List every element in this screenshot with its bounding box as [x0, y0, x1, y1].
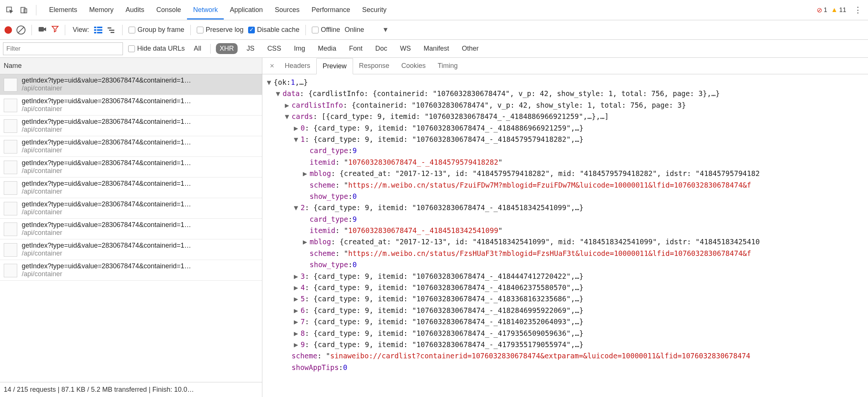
type-filter-img[interactable]: Img: [290, 43, 309, 54]
tree-row[interactable]: ▼{ok: 1,…}: [267, 77, 868, 88]
tree-row[interactable]: scheme: "https://m.weibo.cn/status/FzsHU…: [267, 248, 868, 259]
disclosure-triangle-icon[interactable]: ▶: [294, 293, 301, 304]
type-filter-css[interactable]: CSS: [263, 43, 285, 54]
disclosure-triangle-icon[interactable]: ▶: [294, 271, 301, 282]
main-tab-memory[interactable]: Memory: [83, 1, 120, 19]
tree-row[interactable]: ▼1: {card_type: 9, itemid: "107603283067…: [267, 134, 868, 145]
tree-row[interactable]: ▶0: {card_type: 9, itemid: "107603283067…: [267, 122, 868, 134]
disclosure-triangle-icon[interactable]: ▼: [294, 202, 301, 213]
tree-row[interactable]: ▶8: {card_type: 9, itemid: "107603283067…: [267, 328, 868, 339]
tree-row[interactable]: itemid: "1076032830678474_-_418451834254…: [267, 225, 868, 236]
type-filter-other[interactable]: Other: [458, 43, 482, 54]
main-tab-sources[interactable]: Sources: [269, 1, 305, 19]
request-row[interactable]: getIndex?type=uid&value=2830678474&conta…: [0, 198, 262, 219]
main-tab-security[interactable]: Security: [356, 1, 392, 19]
svg-rect-2: [24, 9, 27, 13]
throttling-select[interactable]: Online ▼: [345, 26, 389, 34]
type-filter-manifest[interactable]: Manifest: [420, 43, 453, 54]
requests-list: getIndex?type=uid&value=2830678474&conta…: [0, 74, 262, 382]
clear-button[interactable]: [16, 26, 25, 35]
detail-tab-timing[interactable]: Timing: [432, 58, 464, 74]
type-filter-font[interactable]: Font: [345, 43, 366, 54]
request-row[interactable]: getIndex?type=uid&value=2830678474&conta…: [0, 260, 262, 281]
detail-tab-cookies[interactable]: Cookies: [395, 58, 432, 74]
tree-row[interactable]: ▶4: {card_type: 9, itemid: "107603283067…: [267, 282, 868, 293]
request-row[interactable]: getIndex?type=uid&value=2830678474&conta…: [0, 136, 262, 157]
request-row[interactable]: getIndex?type=uid&value=2830678474&conta…: [0, 116, 262, 136]
tree-row[interactable]: ▶mblog: {created_at: "2017-12-13", id: "…: [267, 168, 868, 179]
detail-tab-response[interactable]: Response: [353, 58, 395, 74]
tree-row[interactable]: ▶mblog: {created_at: "2017-12-13", id: "…: [267, 236, 868, 247]
offline-checkbox[interactable]: Offline: [312, 26, 340, 34]
main-tab-performance[interactable]: Performance: [305, 1, 356, 19]
type-filter-doc[interactable]: Doc: [371, 43, 391, 54]
main-tab-network[interactable]: Network: [187, 1, 224, 19]
disclosure-triangle-icon[interactable]: ▶: [294, 328, 301, 339]
disclosure-triangle-icon[interactable]: ▶: [294, 316, 301, 327]
request-row[interactable]: getIndex?type=uid&value=2830678474&conta…: [0, 177, 262, 198]
disclosure-triangle-icon[interactable]: ▼: [267, 77, 274, 88]
tree-row[interactable]: ▶9: {card_type: 9, itemid: "107603283067…: [267, 339, 868, 350]
group-by-frame-checkbox[interactable]: Group by frame: [129, 26, 184, 34]
filter-input[interactable]: [3, 42, 123, 55]
disclosure-triangle-icon[interactable]: ▼: [276, 88, 283, 99]
detail-tab-headers[interactable]: Headers: [279, 58, 316, 74]
disclosure-triangle-icon[interactable]: ▶: [294, 305, 301, 316]
disclosure-triangle-icon[interactable]: ▶: [303, 236, 310, 247]
type-filter-media[interactable]: Media: [314, 43, 340, 54]
request-path: /api/container: [22, 146, 258, 154]
screenshot-icon[interactable]: [38, 25, 47, 35]
tree-row[interactable]: scheme: "sinaweibo://cardlist?containeri…: [267, 350, 868, 361]
main-tab-elements[interactable]: Elements: [43, 1, 83, 19]
tree-row[interactable]: show_type: 0: [267, 259, 868, 270]
type-filter-xhr[interactable]: XHR: [216, 43, 238, 54]
disclosure-triangle-icon[interactable]: ▶: [294, 339, 301, 350]
disclosure-triangle-icon[interactable]: ▶: [303, 168, 310, 179]
main-tab-console[interactable]: Console: [150, 1, 187, 19]
inspect-element-icon[interactable]: [4, 4, 16, 16]
detail-tab-preview[interactable]: Preview: [316, 58, 353, 74]
tree-row[interactable]: ▶7: {card_type: 9, itemid: "107603283067…: [267, 316, 868, 327]
tree-row[interactable]: itemid: "1076032830678474_-_418457957941…: [267, 156, 868, 168]
tree-row[interactable]: ▼cards: [{card_type: 9, itemid: "1076032…: [267, 111, 868, 122]
close-detail-icon[interactable]: ×: [265, 62, 279, 70]
tree-row[interactable]: scheme: "https://m.weibo.cn/status/FzuiF…: [267, 179, 868, 191]
tree-row[interactable]: ▼data: {cardlistInfo: {containerid: "107…: [267, 88, 868, 99]
requests-header[interactable]: Name: [0, 58, 262, 74]
large-rows-icon[interactable]: [94, 26, 103, 34]
main-tab-audits[interactable]: Audits: [120, 1, 150, 19]
disable-cache-checkbox[interactable]: Disable cache: [248, 26, 299, 34]
waterfall-icon[interactable]: [107, 26, 116, 34]
tree-row[interactable]: ▶cardlistInfo: {containerid: "1076032830…: [267, 99, 868, 111]
disclosure-triangle-icon[interactable]: ▼: [285, 111, 292, 122]
disclosure-triangle-icon[interactable]: ▶: [294, 282, 301, 293]
tree-row[interactable]: show_type: 0: [267, 191, 868, 202]
more-menu-icon[interactable]: ⋮: [852, 5, 864, 15]
request-row[interactable]: getIndex?type=uid&value=2830678474&conta…: [0, 157, 262, 177]
filter-icon[interactable]: [51, 25, 59, 35]
main-tab-application[interactable]: Application: [224, 1, 269, 19]
tree-row[interactable]: ▼2: {card_type: 9, itemid: "107603283067…: [267, 202, 868, 213]
tree-row[interactable]: card_type: 9: [267, 145, 868, 156]
device-toolbar-icon[interactable]: [18, 4, 30, 16]
response-preview-tree[interactable]: ▼{ok: 1,…}▼data: {cardlistInfo: {contain…: [262, 74, 868, 397]
tree-row[interactable]: ▶3: {card_type: 9, itemid: "107603283067…: [267, 271, 868, 282]
request-row[interactable]: getIndex?type=uid&value=2830678474&conta…: [0, 219, 262, 239]
request-row[interactable]: getIndex?type=uid&value=2830678474&conta…: [0, 239, 262, 260]
request-row[interactable]: getIndex?type=uid&value=2830678474&conta…: [0, 74, 262, 95]
tree-row[interactable]: ▶6: {card_type: 9, itemid: "107603283067…: [267, 305, 868, 316]
tree-row[interactable]: showAppTips: 0: [267, 362, 868, 373]
type-filter-ws[interactable]: WS: [396, 43, 415, 54]
console-issues-badge[interactable]: ⊘ 1 ▲ 11: [817, 6, 846, 14]
preserve-log-checkbox[interactable]: Preserve log: [197, 26, 244, 34]
tree-row[interactable]: card_type: 9: [267, 214, 868, 225]
disclosure-triangle-icon[interactable]: ▶: [285, 99, 292, 111]
tree-row[interactable]: ▶5: {card_type: 9, itemid: "107603283067…: [267, 293, 868, 304]
hide-data-urls-checkbox[interactable]: Hide data URLs: [128, 45, 185, 53]
request-row[interactable]: getIndex?type=uid&value=2830678474&conta…: [0, 95, 262, 116]
record-button[interactable]: [4, 26, 12, 34]
disclosure-triangle-icon[interactable]: ▼: [294, 134, 301, 145]
type-filter-all[interactable]: All: [190, 43, 205, 54]
type-filter-js[interactable]: JS: [243, 43, 258, 54]
disclosure-triangle-icon[interactable]: ▶: [294, 122, 301, 134]
